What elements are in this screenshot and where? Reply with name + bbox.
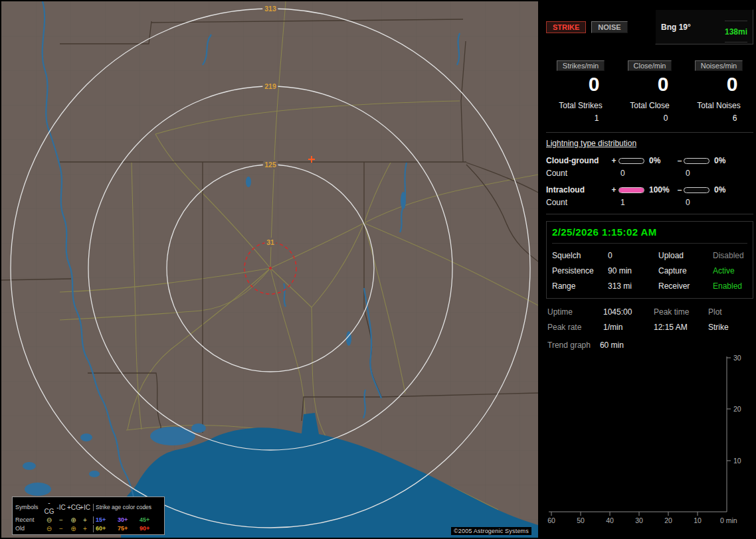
total-close-value: 0 (631, 114, 700, 123)
detector-location-marker (269, 267, 272, 270)
receiver-value: Enabled (713, 281, 747, 291)
upload-value: Disabled (713, 251, 747, 260)
strike-mode-button[interactable]: STRIKE (546, 21, 586, 33)
lightning-map[interactable]: 313 219 125 31 (1, 1, 538, 538)
legend-old-label: Old (15, 524, 43, 533)
uptime-value: 1045:00 (603, 307, 654, 317)
ic-plus-percent: 100% (648, 185, 676, 194)
persistence-value: 90 min (608, 266, 658, 275)
trend-graph-value: 60 min (600, 341, 624, 350)
noise-mode-button[interactable]: NOISE (591, 21, 627, 33)
status-grid: Squelch 0 Upload Disabled Persistence 90… (552, 251, 747, 291)
cloud-ground-counts: Count 0 0 (546, 169, 753, 178)
intracloud-row: Intracloud + 100% – 0% (546, 185, 753, 194)
x-tick-0min: 0 min (720, 516, 737, 524)
cloud-ground-label: Cloud-ground (546, 156, 609, 165)
total-close-label: Total Close (615, 101, 684, 110)
ic-plus-bar (618, 187, 644, 193)
plot-value: Strike (708, 323, 752, 332)
pos-ic-old-icon: + (80, 524, 90, 533)
total-strikes-label: Total Strikes (546, 101, 615, 110)
pos-cg-recent-icon: ⊕ (67, 516, 80, 524)
distance-value: 138mi (725, 21, 747, 42)
pos-cg-old-icon: ⊕ (67, 524, 80, 533)
peak-rate-label: Peak rate (547, 323, 603, 332)
capture-value: Active (713, 266, 747, 275)
rate-stats: Strikes/min 0 Total Strikes 1 Close/min … (546, 60, 753, 123)
noises-per-min-value: 0 (698, 73, 756, 96)
intracloud-label: Intracloud (546, 185, 609, 194)
cg-minus-count: 0 (684, 169, 713, 178)
age-90: 90+ (140, 524, 161, 533)
x-tick-40: 40 (606, 516, 614, 524)
peak-time-value: 12:15 AM (654, 323, 708, 332)
ic-minus-count: 0 (684, 198, 713, 207)
minus-sign: – (676, 156, 684, 165)
plot-label: Plot (708, 307, 752, 317)
y-tick-30: 30 (733, 354, 741, 362)
total-strikes-value: 1 (562, 114, 631, 123)
session-info-panel: Uptime 1045:00 Peak time Plot Peak rate … (546, 307, 753, 350)
minus-sign: – (676, 185, 684, 194)
cg-plus-bar (618, 158, 644, 164)
neg-cg-old-icon: ⊖ (43, 524, 55, 533)
strikes-per-min-value: 0 (559, 73, 628, 96)
legend-divider (93, 525, 94, 532)
uptime-label: Uptime (547, 307, 603, 317)
count-label: Count (546, 198, 609, 207)
legend-col-pos-ic: +IC (80, 503, 90, 512)
x-tick-60: 60 (547, 516, 555, 524)
strikes-per-min-button[interactable]: Strikes/min (557, 60, 605, 71)
map-pane[interactable]: 313 219 125 31 Symbols -CG -IC +CG +IC S… (1, 1, 538, 538)
legend-age-title: Strike age color codes (96, 503, 161, 512)
ring-label-313: 313 (264, 5, 276, 13)
peak-rate-value: 1/min (603, 323, 654, 332)
intracloud-counts: Count 1 0 (546, 198, 753, 207)
x-tick-30: 30 (635, 516, 643, 524)
legend-col-neg-cg: -CG (43, 499, 55, 516)
range-value: 313 mi (608, 281, 658, 291)
sidebar: STRIKE NOISE Bng 19° 138mi Strikes/min 0… (541, 1, 756, 538)
noises-per-min-button[interactable]: Noises/min (695, 60, 743, 71)
ic-minus-bar (684, 187, 709, 193)
y-tick-10: 10 (733, 457, 741, 465)
neg-ic-recent-icon: − (55, 516, 67, 524)
trend-graph-panel: 30 20 10 60 50 40 30 20 10 0 min (546, 352, 753, 528)
cg-plus-percent: 0% (648, 156, 676, 165)
bearing-value: Bng 19° (661, 23, 691, 32)
legend-recent-label: Recent (15, 516, 43, 524)
cg-minus-percent: 0% (713, 156, 737, 165)
legend-divider (93, 516, 94, 524)
cg-plus-count: 0 (618, 169, 648, 178)
ring-label-31: 31 (266, 238, 274, 246)
range-label: Range (552, 281, 608, 291)
legend-divider (93, 504, 94, 511)
age-75: 75+ (118, 524, 140, 533)
age-60: 60+ (96, 524, 118, 533)
datetime-display: 2/25/2026 1:15:02 AM (552, 226, 747, 244)
strikes-column: Strikes/min 0 Total Strikes 1 (546, 60, 615, 123)
ic-minus-percent: 0% (713, 185, 737, 194)
distribution-title: Lightning type distribution (546, 139, 753, 148)
mode-toolbar: STRIKE NOISE Bng 19° 138mi (546, 9, 753, 44)
age-45: 45+ (140, 516, 161, 524)
map-legend: Symbols -CG -IC +CG +IC Strike age color… (12, 497, 165, 535)
legend-col-pos-cg: +CG (67, 503, 80, 512)
close-per-min-button[interactable]: Close/min (628, 60, 672, 71)
count-label: Count (546, 169, 609, 178)
squelch-label: Squelch (552, 251, 608, 260)
copyright-attribution: ©2005 Astrogenic Systems (451, 527, 531, 535)
x-tick-10: 10 (694, 516, 702, 524)
age-30: 30+ (118, 516, 140, 524)
squelch-value: 0 (608, 251, 658, 260)
cg-minus-bar (684, 158, 709, 164)
x-tick-50: 50 (577, 516, 585, 524)
total-noises-label: Total Noises (684, 101, 753, 110)
neg-ic-old-icon: − (55, 524, 67, 533)
y-tick-20: 20 (733, 405, 741, 413)
lightning-type-distribution: Lightning type distribution Cloud-ground… (546, 132, 753, 214)
ring-label-125: 125 (264, 161, 276, 169)
ring-label-219: 219 (264, 82, 276, 90)
receiver-status-panel: 2/25/2026 1:15:02 AM Squelch 0 Upload Di… (546, 221, 753, 299)
pos-ic-recent-icon: + (80, 516, 90, 524)
